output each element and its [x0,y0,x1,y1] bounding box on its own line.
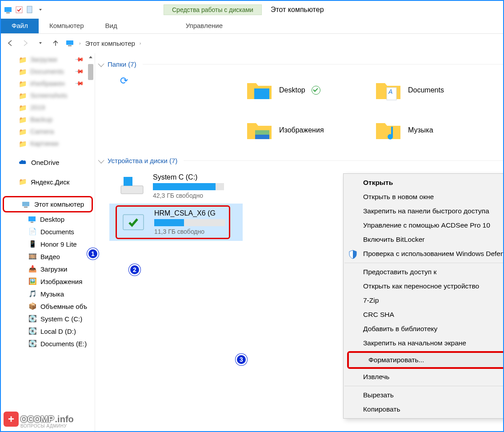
drive-usage-fill [153,183,216,190]
drive-icon: 💽 [28,340,37,348]
sidebar-item[interactable]: 📁Картинки [1,137,95,149]
sidebar-onedrive[interactable]: OneDrive [1,156,95,168]
content-pane[interactable]: Папки (7) ⟳ Desktop A Documents [95,53,503,431]
svg-rect-4 [27,6,32,13]
nav-forward[interactable] [20,38,30,48]
video-icon: 🎞️ [28,252,37,260]
tab-file[interactable]: Файл [1,19,39,33]
sidebar-item-drive-d[interactable]: 💽Local D (D:) [1,325,95,337]
annotation-badge-2: 2 [129,264,140,276]
scrollbar-thumb[interactable] [88,64,93,80]
sidebar-item[interactable]: 📁Camera [1,125,95,137]
ribbon-tabs: Файл Компьютер Вид Управление [1,19,503,34]
folder-desktop[interactable]: Desktop [246,72,371,108]
sidebar-item-videos[interactable]: 🎞️Видео [1,250,95,263]
ctx-crc-sha[interactable]: CRC SHA〉 [344,308,503,322]
svg-rect-16 [121,186,143,194]
svg-text:A: A [388,88,392,95]
breadcrumb-root[interactable]: Этот компьютер [85,40,135,47]
chevron-right-icon: › [140,40,141,46]
drive-name: System C (C:) [153,173,224,181]
ctx-eject[interactable]: Извлечь [344,370,503,384]
sidebar-item[interactable]: 📁2019 [1,101,95,113]
svg-rect-11 [254,88,269,99]
ctx-open-portable[interactable]: Открыть как переносное устройство [344,279,503,293]
watermark-icon: + [4,412,19,427]
drive-usage-fill [154,219,184,226]
drive-usage-bar [154,219,225,226]
context-menu: Открыть Открыть в новом окне Закрепить н… [343,173,503,419]
sidebar-item-documents[interactable]: 📄Documents [1,225,95,238]
sidebar-scrollbar[interactable] [87,53,95,156]
folder-icon [246,119,273,142]
sidebar-item-drive-e[interactable]: 💽Documents (E:) [1,337,95,350]
ctx-pin-quick-access[interactable]: Закрепить на панели быстрого доступа [344,204,503,218]
app-icon [4,5,13,15]
ctx-cut[interactable]: Вырезать [344,388,503,402]
tab-view[interactable]: Вид [95,19,128,33]
drive-hrm-g[interactable]: HRM_CSLA_X6 (G 11,3 ГБ свободно [109,204,243,241]
ctx-copy[interactable]: Копировать [344,402,503,416]
nav-pane[interactable]: 📁Загрузки📌 📁Documents📌 📁Изображен📌 📁Scre… [1,53,95,431]
ctx-pin-start[interactable]: Закрепить на начальном экране [344,336,503,350]
annotation-badge-1: 1 [87,248,99,260]
sync-ok-icon [312,86,320,95]
sidebar-item[interactable]: 📁Backup [1,113,95,125]
breadcrumb[interactable]: › Этот компьютер › [66,40,141,47]
drive-icon: 💽 [28,315,37,323]
sidebar-item-3d[interactable]: 📦Объемные объ [1,300,95,312]
folder-music[interactable]: Музыка [375,112,500,148]
sidebar-item-music[interactable]: 🎵Музыка [1,288,95,300]
sidebar-item-drive-c[interactable]: 💽System C (C:) [1,312,95,325]
qat-save-icon[interactable] [14,5,24,15]
annotation-badge-3: 3 [236,354,247,365]
ctx-format-highlight: Форматировать... [347,351,503,369]
section-folders[interactable]: Папки (7) [99,58,503,72]
menu-separator [344,263,503,263]
qat-doc-icon[interactable] [25,5,35,15]
section-drives[interactable]: Устройства и диски (7) [99,154,503,169]
sidebar-item[interactable]: 📁Documents📌 [1,65,95,77]
sidebar-item-desktop[interactable]: Desktop [1,213,95,225]
titlebar: Средства работы с дисками Этот компьютер [1,1,503,19]
folder-documents[interactable]: A Documents [375,72,500,108]
sidebar-yandex-disk[interactable]: 📁 Яндекс.Диск [1,176,95,188]
sidebar-item-phone[interactable]: 📱Honor 9 Lite [1,238,95,250]
shield-icon [348,249,358,259]
ctx-7zip[interactable]: 7-Zip〉 [344,293,503,308]
ctx-add-to-library[interactable]: Добавить в библиотеку〉 [344,322,503,336]
sidebar-item[interactable]: 📁Screenshots [1,89,95,101]
sidebar-item[interactable]: 📁Загрузки📌 [1,53,95,65]
ctx-defender[interactable]: Проверка с использованием Windows Defend… [344,247,503,261]
nav-row: › Этот компьютер › [1,34,503,52]
sidebar-this-pc[interactable]: Этот компьютер [3,196,93,212]
svg-rect-8 [24,207,28,208]
desktop-icon [28,216,36,223]
explorer-window: Средства работы с дисками Этот компьютер… [0,0,504,432]
nav-recent-dropdown[interactable] [36,38,45,48]
ctx-give-access[interactable]: Предоставить доступ к〉 [344,265,503,279]
svg-rect-6 [68,45,72,46]
ctx-open-new-window[interactable]: Открыть в новом окне [344,190,503,204]
sidebar-item-downloads[interactable]: 📥Загрузки [1,263,95,275]
ctx-bitlocker[interactable]: Включить BitLocker [344,232,503,247]
tab-manage[interactable]: Управление [175,19,233,33]
images-icon: 🖼️ [28,277,37,285]
ctx-open[interactable]: Открыть [344,176,503,190]
sidebar-item[interactable]: 📁Изображен📌 [1,77,95,89]
qat-dropdown[interactable] [36,5,45,15]
nav-up[interactable] [51,38,60,48]
svg-rect-7 [22,202,29,206]
ctx-acdsee[interactable]: Управление с помощью ACDSee Pro 10 [344,218,503,232]
svg-rect-5 [66,40,73,45]
svg-rect-15 [255,135,269,139]
folder-images[interactable]: Изображения [246,112,371,148]
chevron-right-icon: › [79,40,81,46]
sidebar-item-images[interactable]: 🖼️Изображения [1,275,95,288]
nav-back[interactable] [5,38,15,48]
tab-computer[interactable]: Компьютер [39,19,95,33]
drive-system-c[interactable]: System C (C:) 42,3 ГБ свободно [109,169,243,204]
refresh-icon[interactable]: ⟳ [117,72,242,108]
svg-rect-10 [31,222,33,223]
ctx-format[interactable]: Форматировать... [349,353,503,367]
